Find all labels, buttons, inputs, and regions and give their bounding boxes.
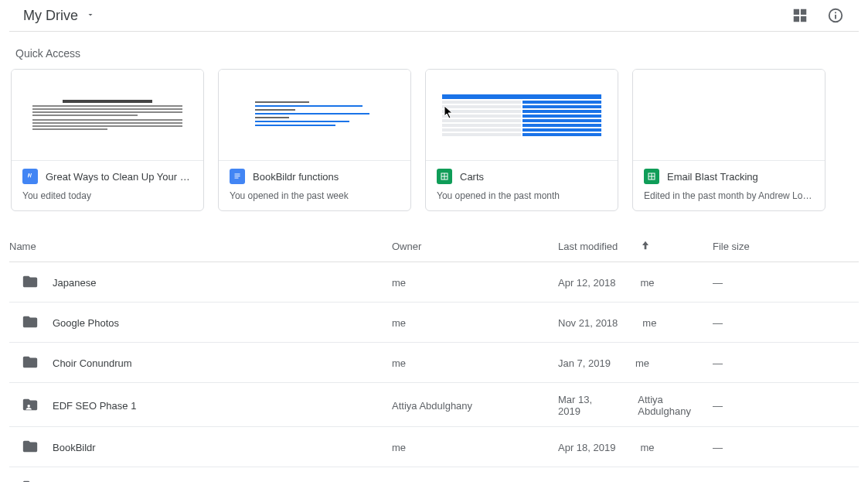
column-header-modified[interactable]: Last modified	[558, 239, 713, 254]
svg-rect-0	[235, 174, 240, 175]
file-subtitle: Edited in the past month by Andrew Lo…	[644, 190, 815, 201]
chevron-down-icon	[86, 10, 95, 22]
google-doc-icon	[230, 169, 245, 184]
google-sheet-icon	[644, 169, 659, 184]
folder-icon	[22, 354, 39, 373]
quick-access-label: Quick Access	[15, 47, 868, 60]
sort-ascending-icon	[639, 239, 652, 254]
svg-point-9	[27, 405, 30, 408]
shared-folder-icon	[22, 478, 39, 482]
quick-access-row: Great Ways to Clean Up Your G… You edite…	[0, 69, 868, 211]
svg-rect-1	[235, 176, 240, 176]
folder-icon	[22, 438, 39, 457]
location-header: My Drive	[9, 0, 859, 32]
table-row[interactable]: Google PhotosmeNov 21, 2018me—	[9, 303, 859, 343]
file-size: —	[713, 400, 859, 412]
file-modified: Nov 21, 2018me	[558, 317, 713, 329]
info-icon[interactable]	[826, 6, 845, 25]
file-name: Japanese	[53, 277, 96, 289]
svg-rect-2	[235, 178, 239, 179]
column-header-owner[interactable]: Owner	[392, 241, 558, 252]
folder-icon	[22, 313, 39, 333]
grid-view-icon[interactable]	[791, 6, 809, 25]
breadcrumb-title: My Drive	[23, 8, 78, 24]
file-name: EDF SEO Phase 1	[53, 400, 136, 412]
shared-folder-icon	[22, 396, 39, 415]
file-name: Choir Conundrum	[53, 357, 132, 369]
quick-access-card[interactable]: Email Blast Tracking Edited in the past …	[632, 69, 825, 211]
file-owner: me	[392, 317, 558, 329]
file-thumbnail	[12, 70, 203, 161]
word-doc-icon	[22, 169, 38, 184]
quick-access-card[interactable]: Great Ways to Clean Up Your G… You edite…	[11, 69, 204, 211]
file-thumbnail	[633, 70, 825, 161]
file-name: BookBildr	[53, 442, 96, 453]
table-row[interactable]: JapanesemeApr 12, 2018me—	[9, 262, 859, 303]
file-size: —	[713, 442, 859, 453]
file-modified: Apr 18, 2019me	[558, 442, 713, 453]
breadcrumb[interactable]: My Drive	[23, 8, 95, 24]
file-title: Carts	[460, 171, 484, 183]
file-subtitle: You edited today	[22, 190, 194, 201]
file-thumbnail	[219, 70, 410, 161]
file-subtitle: You opened in the past month	[437, 190, 608, 201]
column-header-size[interactable]: File size	[713, 241, 859, 252]
file-modified: Jan 7, 2019me	[558, 357, 713, 369]
table-row[interactable]: EDF SEO Phase 1Attiya AbdulghanyMar 13, …	[9, 383, 859, 427]
quick-access-card[interactable]: Carts You opened in the past month	[425, 69, 618, 211]
column-header-name[interactable]: Name	[9, 241, 392, 252]
file-owner: Attiya Abdulghany	[392, 400, 558, 412]
file-name: Google Photos	[53, 317, 119, 329]
file-title: Great Ways to Clean Up Your G…	[46, 171, 194, 183]
table-header-row: Name Owner Last modified File size	[9, 231, 859, 262]
table-row[interactable]: Choir ConundrummeJan 7, 2019me—	[9, 343, 859, 383]
folder-icon	[22, 273, 39, 292]
file-table: Name Owner Last modified File size Japan…	[0, 231, 868, 482]
file-title: BookBildr functions	[253, 171, 339, 183]
file-modified: Apr 12, 2018me	[558, 277, 713, 289]
file-subtitle: You opened in the past week	[230, 190, 401, 201]
file-thumbnail	[426, 70, 618, 161]
file-owner: me	[392, 442, 558, 453]
file-modified: Mar 13, 2019Attiya Abdulghany	[558, 394, 713, 417]
file-title: Email Blast Tracking	[667, 171, 758, 183]
file-owner: me	[392, 277, 558, 289]
header-actions	[791, 6, 845, 25]
file-size: —	[713, 317, 859, 329]
table-row[interactable]: WebMindsDavid OlivaMar 19, 2020me—	[9, 467, 859, 482]
table-row[interactable]: BookBildrmeApr 18, 2019me—	[9, 427, 859, 467]
file-owner: me	[392, 357, 558, 369]
quick-access-card[interactable]: BookBildr functions You opened in the pa…	[218, 69, 411, 211]
google-sheet-icon	[437, 169, 452, 184]
file-size: —	[713, 277, 859, 289]
file-size: —	[713, 357, 859, 369]
